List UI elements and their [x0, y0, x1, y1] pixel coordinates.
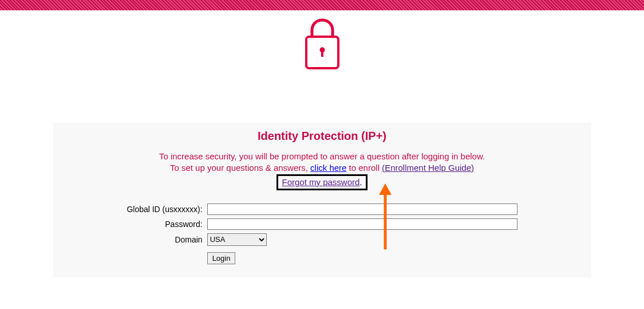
lock-icon-container	[0, 11, 644, 100]
instruction-text: To increase security, you will be prompt…	[65, 151, 580, 190]
domain-label: Domain	[124, 232, 204, 248]
forgot-password-highlight-box: Forgot my password.	[276, 174, 367, 190]
forgot-password-link[interactable]: Forgot my password	[282, 177, 359, 187]
forgot-password-suffix: .	[359, 177, 362, 187]
login-panel: Identity Protection (IP+) To increase se…	[53, 123, 591, 277]
login-button[interactable]: Login	[207, 252, 236, 264]
password-input[interactable]	[207, 218, 517, 230]
page-title: Identity Protection (IP+)	[65, 130, 580, 143]
global-id-input[interactable]	[207, 204, 517, 215]
domain-select[interactable]: USA	[207, 233, 267, 246]
password-label: Password:	[124, 217, 204, 232]
instruction-line1: To increase security, you will be prompt…	[159, 151, 485, 161]
instruction-line2-mid: to enroll	[346, 163, 382, 173]
lock-icon	[302, 17, 342, 71]
global-id-label: Global ID (usxxxxxx):	[124, 202, 204, 217]
top-decorative-stripe	[0, 0, 644, 11]
instruction-line2-prefix: To set up your questions & answers,	[170, 163, 310, 173]
click-here-enroll-link[interactable]: click here	[310, 163, 346, 173]
login-form: Global ID (usxxxxxx): Password: Domain U…	[124, 202, 519, 266]
enrollment-help-guide-link[interactable]: (Enrollment Help Guide)	[382, 163, 474, 173]
svg-rect-2	[321, 50, 323, 57]
